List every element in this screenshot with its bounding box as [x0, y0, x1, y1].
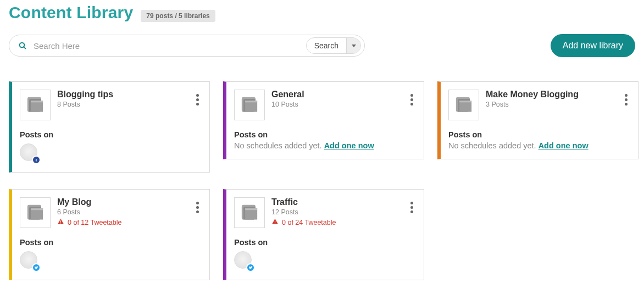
library-title: My Blog: [57, 197, 121, 207]
card-menu-button[interactable]: [192, 93, 203, 106]
card-header: Blogging tips 8 Posts: [20, 90, 202, 120]
posts-on-label: Posts on: [448, 130, 630, 139]
card-menu-button[interactable]: [406, 93, 417, 106]
search-icon: [18, 41, 27, 50]
library-thumbnail: [20, 197, 51, 228]
card-header: Make Money Blogging 3 Posts: [448, 90, 630, 120]
add-schedule-link[interactable]: Add one now: [538, 141, 589, 150]
library-title: Blogging tips: [57, 90, 113, 99]
twitter-icon: [246, 263, 255, 272]
warning-icon: [271, 218, 279, 227]
summary-badge: 79 posts / 5 libraries: [141, 10, 215, 22]
library-post-count: 3 Posts: [486, 101, 579, 108]
library-card[interactable]: General 10 Posts Posts on No schedules a…: [223, 81, 424, 159]
library-thumbnail: [234, 90, 265, 120]
svg-rect-5: [275, 223, 275, 223]
library-thumbnail: [448, 90, 479, 120]
page-title: Content Library: [9, 3, 133, 22]
library-title: Make Money Blogging: [486, 90, 579, 99]
add-schedule-link[interactable]: Add one now: [324, 141, 374, 150]
warning-row: 0 of 12 Tweetable: [57, 218, 121, 227]
page-header: Content Library 79 posts / 5 libraries: [9, 0, 635, 22]
posts-on-label: Posts on: [234, 130, 416, 139]
svg-rect-2: [60, 220, 61, 222]
warning-text: 0 of 24 Tweetable: [282, 219, 336, 226]
svg-line-1: [24, 47, 25, 48]
search-kind-dropdown[interactable]: Search: [306, 37, 361, 54]
library-cards-grid: Blogging tips 8 Posts Posts on General 1…: [9, 81, 635, 280]
posts-on-label: Posts on: [20, 238, 202, 247]
card-menu-button[interactable]: [192, 201, 203, 214]
card-menu-button[interactable]: [620, 93, 631, 106]
library-title: Traffic: [271, 197, 336, 207]
library-post-count: 8 Posts: [57, 101, 113, 108]
card-header: My Blog 6 Posts 0 of 12 Tweetable: [20, 197, 202, 228]
svg-rect-3: [60, 223, 61, 223]
search-bar[interactable]: Search: [9, 35, 365, 57]
card-header: Traffic 12 Posts 0 of 24 Tweetable: [234, 197, 416, 228]
library-post-count: 6 Posts: [57, 208, 121, 216]
library-post-count: 12 Posts: [271, 208, 336, 216]
facebook-icon: [32, 156, 41, 164]
library-card[interactable]: Blogging tips 8 Posts Posts on: [9, 81, 210, 173]
library-thumbnail: [234, 197, 265, 228]
no-schedule-text: No schedules added yet. Add one now: [234, 141, 416, 150]
posts-on-label: Posts on: [234, 238, 416, 247]
twitter-icon: [32, 263, 41, 272]
card-menu-button[interactable]: [406, 201, 417, 214]
library-card[interactable]: Traffic 12 Posts 0 of 24 Tweetable Posts…: [223, 189, 424, 280]
library-title: General: [271, 90, 304, 99]
posts-on-label: Posts on: [20, 130, 202, 139]
warning-icon: [57, 218, 64, 227]
svg-rect-4: [275, 220, 275, 222]
library-card[interactable]: Make Money Blogging 3 Posts Posts on No …: [437, 81, 639, 159]
library-card[interactable]: My Blog 6 Posts 0 of 12 Tweetable Posts …: [9, 189, 210, 280]
warning-text: 0 of 12 Tweetable: [68, 219, 121, 226]
library-thumbnail: [20, 90, 51, 120]
search-kind-label: Search: [307, 41, 346, 50]
add-new-library-button[interactable]: Add new library: [551, 34, 635, 57]
profile-avatar[interactable]: [234, 251, 254, 271]
search-input[interactable]: [34, 41, 299, 51]
profile-avatar[interactable]: [20, 251, 40, 271]
profile-avatar[interactable]: [20, 143, 40, 163]
warning-row: 0 of 24 Tweetable: [271, 218, 336, 227]
chevron-down-icon: [346, 38, 360, 53]
toolbar: Search Add new library: [9, 34, 635, 57]
library-post-count: 10 Posts: [271, 101, 304, 108]
no-schedule-text: No schedules added yet. Add one now: [448, 141, 630, 150]
card-header: General 10 Posts: [234, 90, 416, 120]
